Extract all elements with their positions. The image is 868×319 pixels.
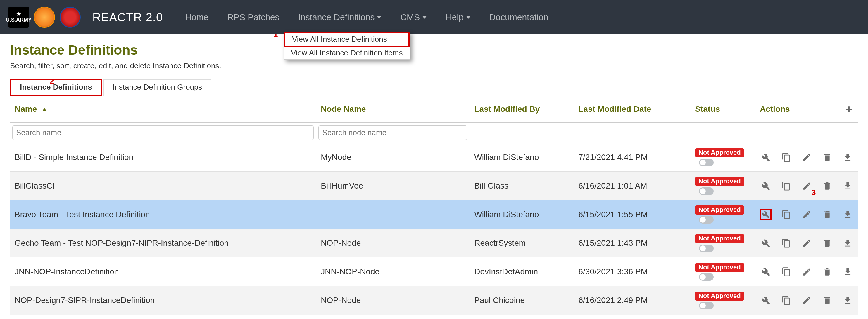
delete-button[interactable] xyxy=(821,266,833,278)
cell-modified-by: William DiStefano xyxy=(469,200,574,229)
download-button[interactable] xyxy=(842,294,854,306)
nav-item-label: Help xyxy=(445,12,464,22)
cell-status: Approved xyxy=(690,315,755,319)
navbar: ★U.S.ARMY REACTR 2.0 HomeRPS PatchesInst… xyxy=(0,0,868,34)
search-name-input[interactable] xyxy=(12,126,314,140)
cell-modified-by: Barbara Packer xyxy=(469,315,574,319)
status-badge: Not Approved xyxy=(695,177,744,186)
red-seal-icon xyxy=(60,7,81,28)
configure-button[interactable] xyxy=(760,266,772,278)
cell-status: Not Approved xyxy=(690,143,755,172)
search-node-input[interactable] xyxy=(318,126,467,140)
annotation-3: 3 xyxy=(812,188,816,197)
edit-button[interactable] xyxy=(801,180,812,192)
col-modified-date-header[interactable]: Last Modified Date xyxy=(574,96,690,122)
nav-item-rps-patches[interactable]: RPS Patches xyxy=(227,12,279,22)
table-row[interactable]: BillD - Simple Instance Definition MyNod… xyxy=(10,143,858,172)
approval-toggle[interactable] xyxy=(699,245,714,252)
edit-button[interactable] xyxy=(801,209,812,220)
configure-button[interactable] xyxy=(760,209,772,220)
definitions-table: Name Node Name Last Modified By Last Mod… xyxy=(10,96,858,319)
col-name-header[interactable]: Name xyxy=(10,96,316,122)
copy-button[interactable] xyxy=(780,209,792,220)
table-row[interactable]: NOP-Design7-SIPR-InstanceDefinition NOP-… xyxy=(10,286,858,315)
cell-name: JNN-NOP-InstanceDefinition xyxy=(10,257,316,286)
cell-modified-date: 6/15/2021 1:55 PM xyxy=(574,200,690,229)
nav-item-instance-definitions[interactable]: Instance Definitions xyxy=(298,12,382,22)
configure-button[interactable] xyxy=(760,180,772,192)
edit-button[interactable] xyxy=(801,237,812,249)
copy-button[interactable] xyxy=(780,237,792,249)
cell-modified-date: 6/15/2021 1:43 PM xyxy=(574,229,690,257)
cell-modified-by: ReactrSystem xyxy=(469,229,574,257)
chevron-down-icon xyxy=(466,16,471,19)
col-actions-header: Actions + xyxy=(755,96,858,122)
action-cell xyxy=(760,266,854,278)
col-name-label: Name xyxy=(14,105,37,113)
status-badge: Not Approved xyxy=(695,291,744,300)
nav-logos: ★U.S.ARMY xyxy=(8,7,81,28)
cell-node: MyNode xyxy=(316,143,469,172)
cell-name: BillGlassCI xyxy=(10,172,316,200)
delete-button[interactable] xyxy=(821,180,833,192)
brand-title: REACTR 2.0 xyxy=(92,11,163,24)
download-button[interactable] xyxy=(842,209,854,220)
cell-name: NOP-Design7-SIPR-InstanceDefinition xyxy=(10,286,316,315)
download-button[interactable] xyxy=(842,237,854,249)
copy-button[interactable] xyxy=(780,180,792,192)
col-actions-label: Actions xyxy=(760,105,790,113)
delete-button[interactable] xyxy=(821,237,833,249)
edit-button[interactable] xyxy=(801,266,812,278)
nav-item-label: CMS xyxy=(400,12,420,22)
status-badge: Not Approved xyxy=(695,206,744,214)
status-badge: Not Approved xyxy=(695,234,744,243)
table-row[interactable]: Gecho Team - Test NOP-Design7-NIPR-Insta… xyxy=(10,229,858,257)
col-modified-by-header[interactable]: Last Modified By xyxy=(469,96,574,122)
nav-item-help[interactable]: Help xyxy=(445,12,471,22)
delete-button[interactable] xyxy=(821,151,833,163)
configure-button[interactable] xyxy=(760,294,772,306)
approval-toggle[interactable] xyxy=(699,216,714,223)
nav-item-label: RPS Patches xyxy=(227,12,279,22)
download-button[interactable] xyxy=(842,266,854,278)
delete-button[interactable] xyxy=(821,209,833,220)
copy-button[interactable] xyxy=(780,151,792,163)
edit-button[interactable] xyxy=(801,151,812,163)
copy-button[interactable] xyxy=(780,294,792,306)
approval-toggle[interactable] xyxy=(699,159,714,166)
table-row[interactable]: TCN Lot 7 SIPR NOP Barbara Packer 6/15/2… xyxy=(10,315,858,319)
download-button[interactable] xyxy=(842,180,854,192)
dropdown-view-all-definition-items[interactable]: View All Instance Definition Items xyxy=(284,47,410,59)
nav-item-home[interactable]: Home xyxy=(185,12,209,22)
col-node-header[interactable]: Node Name xyxy=(316,96,469,122)
cell-modified-date: 6/30/2021 3:36 PM xyxy=(574,257,690,286)
approval-toggle[interactable] xyxy=(699,302,714,309)
cell-status: Not Approved xyxy=(690,229,755,257)
cell-node: BillHumVee xyxy=(316,172,469,200)
edit-button[interactable] xyxy=(801,294,812,306)
col-status-header[interactable]: Status xyxy=(690,96,755,122)
nav-item-cms[interactable]: CMS xyxy=(400,12,427,22)
delete-button[interactable] xyxy=(821,294,833,306)
nav-item-documentation[interactable]: Documentation xyxy=(489,12,549,22)
cell-status: Not Approved xyxy=(690,172,755,200)
approval-toggle[interactable] xyxy=(699,187,714,195)
tab-instance-definition-groups[interactable]: Instance Definition Groups xyxy=(103,79,211,96)
cell-modified-date: 6/15/2021 6:50 PM xyxy=(574,315,690,319)
nav-item-label: Home xyxy=(185,12,209,22)
approval-toggle[interactable] xyxy=(699,273,714,281)
action-cell xyxy=(760,209,854,220)
table-row[interactable]: JNN-NOP-InstanceDefinition JNN-NOP-Node … xyxy=(10,257,858,286)
army-logo-icon: ★U.S.ARMY xyxy=(8,7,29,28)
cell-name: BillD - Simple Instance Definition xyxy=(10,143,316,172)
copy-button[interactable] xyxy=(780,266,792,278)
configure-button[interactable] xyxy=(760,151,772,163)
table-row[interactable]: BillGlassCI BillHumVee Bill Glass 6/16/2… xyxy=(10,172,858,200)
cell-node: NOP xyxy=(316,315,469,319)
table-row[interactable]: Bravo Team - Test Instance Definition Wi… xyxy=(10,200,858,229)
dropdown-view-all-definitions[interactable]: View All Instance Definitions xyxy=(284,32,410,47)
configure-button[interactable] xyxy=(760,237,772,249)
add-definition-button[interactable]: + xyxy=(846,103,852,115)
tab-instance-definitions[interactable]: Instance Definitions xyxy=(10,78,102,96)
download-button[interactable] xyxy=(842,151,854,163)
